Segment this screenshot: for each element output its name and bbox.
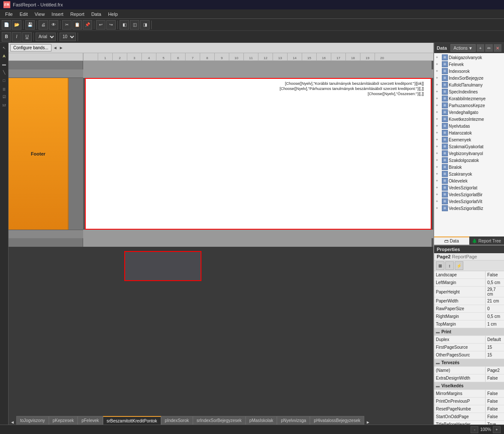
prop-val-resetpage[interactable]: False <box>486 405 504 413</box>
props-btn-grid[interactable]: ⊞ <box>436 261 444 270</box>
tree-item-szakdolgozatok[interactable]: + ⊞ Szakdolgozatok <box>435 157 503 164</box>
barcode-icon[interactable]: ||| <box>1 85 8 92</box>
tree-item-vedesszigo[interactable]: + ⊞ VedesSzigorlat <box>435 184 503 191</box>
prop-val-landscape[interactable]: False <box>486 271 504 278</box>
tab-pindexsorok[interactable]: pIndexSorok <box>161 416 193 425</box>
menu-help[interactable]: Help <box>105 9 121 18</box>
tree-item-hatarozatok[interactable]: + ⊞ Hatarozatok <box>435 129 503 136</box>
actions-button[interactable]: Actions ▼ <box>450 44 476 52</box>
props-btn-sort[interactable]: ↕ <box>445 261 454 270</box>
data-panel-add-button[interactable]: + <box>477 44 484 52</box>
menu-data[interactable]: Data <box>88 9 105 18</box>
tab-report-tree[interactable]: 🌲 Report Tree <box>469 236 504 245</box>
prop-val-startodd[interactable]: False <box>486 413 504 420</box>
tree-item-vendeg[interactable]: + ⊞ Vendeghallgato <box>435 109 503 116</box>
tab-srindexsor[interactable]: srIndexSorBejegyzesek <box>193 416 246 425</box>
shape-icon[interactable]: □ <box>1 77 8 84</box>
prop-val-paperwidth[interactable]: 21 cm <box>486 297 504 305</box>
bands-arrow-left[interactable]: ◄ <box>53 45 57 50</box>
tree-item-korabbiintezmeny[interactable]: + ⊞ KorabbiIntezmenye <box>435 95 503 102</box>
prop-val-paperheight[interactable]: 29,7 cm <box>486 287 504 297</box>
menu-report[interactable]: Report <box>67 9 88 18</box>
prop-val-otherpages[interactable]: 15 <box>486 351 504 359</box>
tree-item-vedesszigobir[interactable]: + ⊞ VedesSzigorlatBir <box>435 191 503 198</box>
tree-item-esemenyek[interactable]: + ⊞ Esemenyek <box>435 136 503 143</box>
prop-val-duplex[interactable]: Default <box>486 336 504 343</box>
align-right-button[interactable]: ◨ <box>140 20 150 30</box>
font-size-select[interactable]: 10 12 <box>60 33 76 41</box>
props-btn-event[interactable]: ⚡ <box>455 261 463 270</box>
tree-item-oklevelek[interactable]: + ⊞ Oklevelek <box>435 177 503 184</box>
tree-item-vedesszigovic[interactable]: + ⊞ VedesSzigorlatVit <box>435 198 503 205</box>
section-toggle-tervezes[interactable]: ▬ <box>436 361 440 365</box>
design-canvas[interactable]: [Choose([Nyelv],"Korábbi tanulmányok bes… <box>85 78 432 230</box>
data-panel-delete-button[interactable]: ✕ <box>494 44 501 52</box>
undo-button[interactable]: ↩ <box>96 20 105 30</box>
new-button[interactable]: 📄 <box>2 20 11 30</box>
tab-tojogviszony[interactable]: toJogviszony <box>16 416 49 425</box>
configure-bands-button[interactable]: Configure bands... <box>10 44 51 51</box>
text-icon[interactable]: A <box>1 53 8 60</box>
tree-item-kovetkezo[interactable]: + ⊞ KovetkezoIntezme <box>435 116 503 123</box>
prop-val-extradesign[interactable]: False <box>486 374 504 382</box>
menu-insert[interactable]: Insert <box>48 9 67 18</box>
tree-item-vedesszigobd[interactable]: + ⊞ VedesSzigorlatBiz <box>435 205 503 212</box>
prop-val-mirror[interactable]: False <box>486 390 504 397</box>
prop-val-printonprev[interactable]: False <box>486 398 504 405</box>
copy-button[interactable]: 📋 <box>72 20 82 30</box>
font-select[interactable]: Arial <box>36 33 56 41</box>
prop-val-leftmargin[interactable]: 0,5 cm <box>486 279 504 286</box>
tree-item-kulfold[interactable]: + ⊞ KulfoldTanulmany <box>435 81 503 88</box>
italic-button[interactable]: I <box>12 32 21 42</box>
tab-data[interactable]: 🗃 Data <box>434 236 469 245</box>
preview-button[interactable]: 👁 <box>49 20 58 30</box>
save-button[interactable]: 💾 <box>25 20 35 30</box>
tab-pkepzesek[interactable]: pKepzesek <box>49 416 78 425</box>
bold-button[interactable]: B <box>2 32 11 42</box>
print-button[interactable]: 🖨 <box>39 20 48 30</box>
menu-file[interactable]: File <box>2 9 16 18</box>
tree-item-parhuzamos[interactable]: + ⊞ ParhuzamosKepze <box>435 102 503 109</box>
bands-arrow-right[interactable]: ► <box>59 45 63 50</box>
tree-item-vegbizonyitvany[interactable]: + ⊞ Vegbizonyitvanyol <box>435 150 503 157</box>
tree-item-nyelvtudas[interactable]: + ⊞ Nyelvtudas <box>435 123 503 129</box>
prop-val-rightmargin[interactable]: 0,5 cm <box>486 313 504 320</box>
zoom-in-button[interactable]: + <box>493 426 501 433</box>
paste-button[interactable]: 📌 <box>83 20 92 30</box>
menu-edit[interactable]: Edit <box>16 9 31 18</box>
zoom-out-button[interactable]: - <box>471 426 478 433</box>
tree-item-diakigazolvanyok[interactable]: + ⊞ Diakigazolvanyok <box>435 54 503 61</box>
prop-val-titlebefore[interactable]: True <box>486 421 504 425</box>
data-panel-edit-button[interactable]: ✏ <box>485 44 493 52</box>
section-toggle-viselkedes[interactable]: ▬ <box>436 384 440 388</box>
tree-item-indexsorok[interactable]: + ⊞ Indexsorok <box>435 68 503 75</box>
open-button[interactable]: 📂 <box>12 20 21 30</box>
prop-val-rawpapersize[interactable]: 0 <box>486 305 504 312</box>
prop-val-name[interactable]: Page2 <box>486 367 504 374</box>
band-icon[interactable]: ▬ <box>1 61 8 68</box>
checkbox-icon[interactable]: ☑ <box>1 93 8 100</box>
tab-pmasiskolak[interactable]: pMasIskolak <box>246 416 277 425</box>
tab-pnyelvvizsga[interactable]: pNyelvvizsga <box>277 416 310 425</box>
tab-pfelevek[interactable]: pFelevek <box>78 416 103 425</box>
tree-item-szakmai[interactable]: + ⊞ SzakmaiGyakorlat <box>435 143 503 150</box>
redo-button[interactable]: ↪ <box>106 20 116 30</box>
cut-button[interactable]: ✂ <box>62 20 72 30</box>
tab-scroll-right[interactable]: ► <box>364 420 372 425</box>
section-toggle-print[interactable]: ▬ <box>436 330 440 334</box>
prop-val-topmargin[interactable]: 1 cm <box>486 320 504 328</box>
align-left-button[interactable]: ◧ <box>120 20 129 30</box>
prop-val-firstpage[interactable]: 15 <box>486 344 504 351</box>
tree-item-specindex[interactable]: + ⊞ SpecIndexlines <box>435 88 503 95</box>
tab-srbeszamitott[interactable]: srBeszamitottKreditPontok <box>103 416 161 425</box>
tree-item-biralok[interactable]: + ⊞ Biralok <box>435 164 503 171</box>
number-icon[interactable]: 12 <box>1 102 8 108</box>
selection-box[interactable] <box>124 251 201 281</box>
tree-item-indexsorbejegyze[interactable]: + ⊞ IndexSorBejegyze <box>435 75 503 81</box>
tab-scroll-left[interactable]: ◄ <box>9 420 16 425</box>
tab-phivatalos[interactable]: pHivatalossBejegyzesek <box>310 416 364 425</box>
pointer-icon[interactable]: ↖ <box>1 45 8 51</box>
underline-button[interactable]: U <box>22 32 32 42</box>
tree-item-szakiranyok[interactable]: + ⊞ Szakiranyok <box>435 171 503 177</box>
line-icon[interactable]: ╲ <box>1 69 8 76</box>
